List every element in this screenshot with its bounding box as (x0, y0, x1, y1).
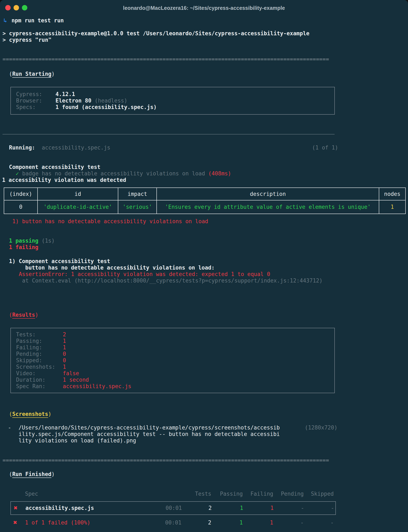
spec-ran-label: Spec Ran: (16, 383, 63, 390)
results-row-video: Video:false (16, 370, 334, 377)
results-row-specran: Spec Ran:accessibility.spec.js (16, 383, 334, 390)
results-heading: (Results) (2, 312, 408, 318)
fail-x-icon: ✖ (11, 505, 20, 511)
section-divider (2, 134, 335, 134)
minimize-button[interactable] (14, 5, 19, 10)
paren-close: ) (35, 312, 38, 318)
spec-pending: - (274, 505, 304, 511)
col-index: (index) (4, 188, 38, 200)
paren-close: ) (48, 411, 51, 417)
spec-failing: 1 (243, 505, 274, 511)
passing-test-line: ✓ badge has no detectable accessibility … (2, 170, 408, 177)
violation-note: 1 accessibility violation was detected (2, 177, 126, 183)
pending-label: Pending: (16, 351, 63, 357)
running-spec: accessibility.spec.js (42, 145, 110, 151)
headless-note: (headless) (95, 97, 128, 104)
passing-test-text: badge has no detectable accessibility vi… (19, 170, 208, 177)
failure-detail-test: button has no detectable accessibility v… (2, 264, 408, 271)
col-nodes: nodes (379, 188, 406, 200)
running-count: (1 of 1) (312, 145, 338, 151)
skipped-label: Skipped: (16, 357, 63, 364)
results-row-passing: Passing:1 (16, 338, 334, 344)
spec-tests: 2 (182, 505, 212, 511)
paren-close: ) (51, 471, 55, 477)
header-tests: Tests (181, 491, 211, 497)
running-label: Running: (9, 145, 35, 151)
violation-nodes: 1 (379, 200, 406, 214)
duration-label: Duration: (16, 377, 63, 383)
tests-value: 2 (63, 331, 66, 338)
browser-label: Browser: (16, 97, 55, 104)
results-row-failing: Failing:1 (16, 344, 334, 351)
cypress-run-echo: > cypress "run" (2, 37, 51, 43)
close-button[interactable] (5, 5, 11, 10)
violation-impact: 'serious' (118, 200, 157, 214)
violation-id: 'duplicate-id-active' (38, 200, 118, 214)
specs-row: Specs:1 found (accessibility.spec.js) (16, 104, 334, 110)
paren-open: ( (9, 71, 12, 77)
results-row-skipped: Skipped:0 (16, 357, 334, 364)
tests-label: Tests: (16, 331, 63, 338)
stack-trace: at Context.eval (http://localhost:8000/_… (22, 278, 323, 284)
screenshot-path: lity violations on load (failed).png (18, 437, 136, 444)
col-impact: impact (118, 188, 157, 200)
terminal-content: ↳npm run test run > cypress-accessibilit… (0, 17, 408, 528)
footer-failing: 1 (243, 519, 273, 526)
running-line: Running:accessibility.spec.js(1 of 1) (2, 145, 408, 151)
results-row-duration: Duration:1 second (16, 377, 334, 383)
prompt-arrow-icon: ↳ (4, 17, 7, 24)
footer-duration: 00:01 (148, 519, 181, 526)
spec-ran-value: accessibility.spec.js (63, 383, 131, 389)
footer-passing: 1 (211, 519, 243, 526)
browser-row: Browser:Electron 80 (headless) (16, 97, 334, 104)
screenshots-label: Screenshots (12, 411, 48, 417)
screenshot-path: ility.spec.js/Component accessibility te… (18, 431, 280, 437)
suite-title: Component accessibility test (2, 164, 408, 170)
header-spec: Spec (20, 491, 148, 497)
screenshot-path: /Users/leonardo/Sites/cypress-accessibil… (18, 425, 280, 431)
skipped-value: 0 (63, 357, 66, 364)
separator-line: ========================================… (2, 56, 408, 63)
fail-x-icon: ✖ (10, 519, 20, 526)
specs-value: 1 found (accessibility.spec.js) (55, 104, 157, 110)
passing-count-line: 1 passing (1s) (2, 238, 408, 244)
screenshots-label: Screenshots: (16, 364, 63, 370)
separator-line: ========================================… (2, 457, 408, 464)
title-bar: leonardo@MacLeozera16: ~/Sites/cypress-a… (0, 0, 408, 16)
browser-value: Electron 80 (55, 97, 95, 104)
spec-summary-row: ✖ accessibility.spec.js 00:01 2 1 1 - - (11, 502, 334, 515)
failing-label: Failing: (16, 344, 63, 351)
screenshot-path-line-2: ility.spec.js/Component accessibility te… (2, 431, 408, 437)
cypress-version-row: Cypress:4.12.1 (16, 91, 334, 97)
pending-value: 0 (63, 351, 66, 357)
results-box: Tests:2 Passing:1 Failing:1 Pending:0 Sk… (10, 328, 335, 393)
header-skipped: Skipped (304, 491, 334, 497)
stack-trace-line: at Context.eval (http://localhost:8000/_… (2, 278, 408, 284)
footer-tests: 2 (181, 519, 211, 526)
paren-open: ( (9, 312, 12, 318)
spec-summary-header: Spec Tests Passing Failing Pending Skipp… (10, 491, 334, 497)
check-icon: ✓ (16, 170, 19, 177)
failing-test-line: 1) button has no detectable accessibilit… (2, 218, 408, 225)
passing-count: 1 passing (9, 238, 38, 244)
failing-count-line: 1 failing (2, 244, 408, 251)
terminal-window: leonardo@MacLeozera16: ~/Sites/cypress-a… (0, 0, 408, 532)
cypress-label: Cypress: (16, 91, 55, 97)
failing-count: 1 failing (9, 244, 38, 250)
npm-echo-line-1: > cypress-accessibility-example@1.0.0 te… (2, 30, 408, 37)
typed-command[interactable]: npm run test run (11, 17, 64, 24)
header-pending: Pending (273, 491, 304, 497)
video-value: false (63, 370, 79, 376)
zoom-button[interactable] (22, 5, 27, 10)
violations-header-row: (index) id impact description nodes (4, 188, 406, 200)
run-starting-heading: (Run Starting) (2, 71, 408, 77)
footer-skipped: - (304, 519, 334, 526)
screenshot-path-line-3: lity violations on load (failed).png (2, 437, 408, 444)
spec-summary-footer: ✖ 1 of 1 failed (100%) 00:01 2 1 1 - - (10, 517, 336, 528)
traffic-lights (5, 5, 27, 10)
violation-description: 'Ensures every id attribute value of act… (157, 200, 379, 214)
col-description: description (157, 188, 379, 200)
spec-skipped: - (304, 505, 334, 511)
window-title: leonardo@MacLeozera16: ~/Sites/cypress-a… (123, 5, 285, 11)
prompt-line: ↳npm run test run (2, 17, 408, 24)
